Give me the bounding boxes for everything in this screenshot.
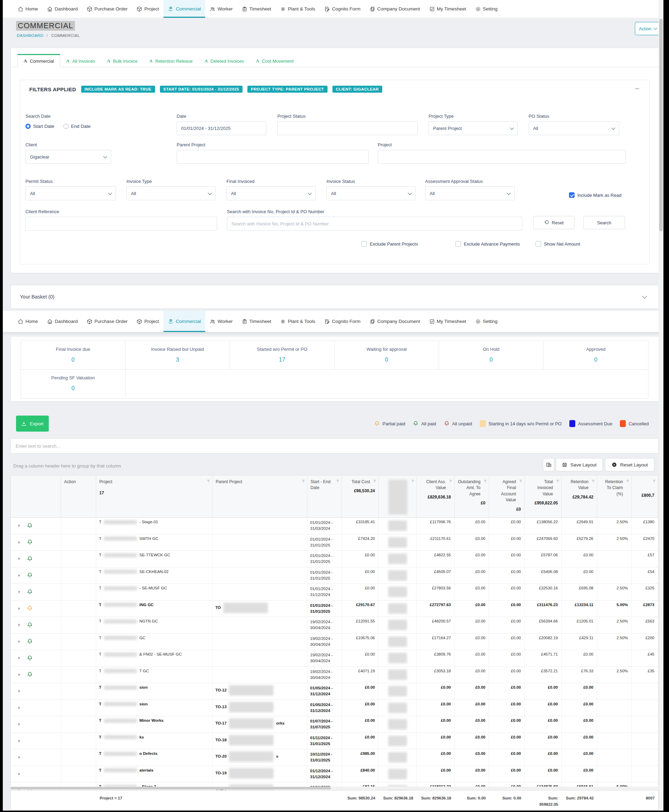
export-button[interactable]: Export xyxy=(16,416,49,431)
horizontal-scrollbar[interactable] xyxy=(10,787,659,790)
search-button[interactable]: Search xyxy=(583,216,625,229)
expand-row-icon[interactable] xyxy=(18,574,20,577)
column-header-parent[interactable]: Parent Project xyxy=(213,475,307,518)
column-header-claim[interactable]: Retention To Claim (%) xyxy=(597,475,632,518)
filter-funnel-icon[interactable] xyxy=(301,479,306,485)
filter-funnel-icon[interactable] xyxy=(652,479,657,485)
expand-row-icon[interactable] xyxy=(18,624,20,626)
nav-item-purchase-order[interactable]: Purchase Order xyxy=(82,0,132,18)
client-reference-input[interactable] xyxy=(25,216,217,231)
nav-item-plant-tools[interactable]: Plant & Tools xyxy=(276,311,320,332)
filter-funnel-icon[interactable] xyxy=(335,479,340,485)
green-bell-icon[interactable] xyxy=(27,555,33,562)
filter-funnel-icon[interactable] xyxy=(482,479,488,484)
column-header-action[interactable]: Action xyxy=(61,475,96,518)
nav-item-setting[interactable]: Setting xyxy=(471,311,502,332)
column-header-total_cost[interactable]: Total Cost£98,530.24 xyxy=(342,475,379,518)
assessment-approval-status-select[interactable]: All xyxy=(425,186,514,200)
project-status-input[interactable] xyxy=(277,121,418,135)
filter-funnel-icon[interactable] xyxy=(206,479,211,484)
stat-card-on-hold[interactable]: On Hold0 xyxy=(439,341,543,369)
reset-button[interactable]: Reset xyxy=(533,216,575,229)
breadcrumb-dashboard-link[interactable]: DASHBOARD xyxy=(17,34,43,38)
expand-row-icon[interactable] xyxy=(18,524,20,527)
tab-deleted-invoices[interactable]: ADeleted Invoices xyxy=(198,55,250,67)
nav-item-project[interactable]: Project xyxy=(132,0,163,18)
date-input[interactable] xyxy=(176,121,266,135)
po-status-select[interactable]: All xyxy=(529,121,619,135)
expand-row-icon[interactable] xyxy=(18,557,20,560)
green-bell-icon[interactable] xyxy=(27,638,33,645)
project-type-select[interactable]: Parent Project xyxy=(429,121,518,135)
stat-card-pending-sf-valuation[interactable]: Pending SF Valuation0 xyxy=(21,369,126,398)
nav-item-worker[interactable]: Worker xyxy=(205,311,237,332)
column-header-retention[interactable]: Retention Value£29,784.42 xyxy=(562,475,597,518)
checkbox-exclude-advance-payments[interactable]: Exclude Advance Payments xyxy=(456,241,520,247)
nav-item-home[interactable]: Home xyxy=(13,0,42,18)
nav-item-project[interactable]: Project xyxy=(132,311,163,332)
column-header-agreed[interactable]: Agreed Final Account Value£0 xyxy=(489,475,525,518)
filter-funnel-icon[interactable] xyxy=(591,479,596,484)
filter-funnel-icon[interactable] xyxy=(372,479,377,484)
filter-funnel-icon[interactable] xyxy=(448,479,453,485)
expand-row-icon[interactable] xyxy=(18,607,20,610)
filter-funnel-icon[interactable] xyxy=(555,479,560,484)
column-header-last[interactable]: £800,7 xyxy=(632,475,658,518)
expand-row-icon[interactable] xyxy=(18,756,20,759)
nav-item-cognito-form[interactable]: Cognito Form xyxy=(320,311,365,332)
expand-row-icon[interactable] xyxy=(18,591,20,593)
expand-row-icon[interactable] xyxy=(18,773,20,775)
column-header-redacted[interactable] xyxy=(379,475,417,518)
column-chooser-button[interactable] xyxy=(543,458,555,471)
green-bell-icon[interactable] xyxy=(27,539,33,545)
nav-item-dashboard[interactable]: Dashboard xyxy=(42,311,82,332)
expand-row-icon[interactable] xyxy=(18,740,20,742)
nav-item-cognito-form[interactable]: Cognito Form xyxy=(320,0,365,18)
save-layout-button[interactable]: Save Layout xyxy=(556,458,603,471)
orange-bell-icon[interactable] xyxy=(27,605,33,612)
stat-card-started-w-o-permit-or-po[interactable]: Started w/o Permit or PO17 xyxy=(230,341,334,369)
column-header-total_invoiced[interactable]: Total Invoiced Value£959,822.05 xyxy=(525,475,562,518)
expand-row-icon[interactable] xyxy=(18,657,20,659)
start-date-radio[interactable]: Start Date xyxy=(25,124,54,129)
collapse-filters-icon[interactable]: – xyxy=(635,84,639,92)
nav-item-purchase-order[interactable]: Purchase Order xyxy=(82,311,132,332)
filter-funnel-icon[interactable] xyxy=(482,479,488,485)
end-date-radio[interactable]: End Date xyxy=(64,124,91,129)
invoice-type-select[interactable]: All xyxy=(126,186,216,200)
expand-row-icon[interactable] xyxy=(18,706,20,709)
filter-funnel-icon[interactable] xyxy=(206,479,211,485)
tab-cost-movement[interactable]: ACost Movement xyxy=(250,55,299,67)
parent-project-input[interactable] xyxy=(176,150,369,164)
action-button[interactable]: Action xyxy=(635,22,661,35)
green-bell-icon[interactable] xyxy=(27,572,33,579)
column-header-outstanding[interactable]: Outstanding Amt. To Agree£0 xyxy=(455,475,489,518)
grid-search-input[interactable] xyxy=(10,438,659,453)
reset-layout-button[interactable]: Reset Layout xyxy=(605,458,654,471)
vertical-scrollbar-thumb[interactable] xyxy=(659,19,663,231)
filter-funnel-icon[interactable] xyxy=(652,479,657,484)
nav-item-timesheet[interactable]: Timesheet xyxy=(237,311,276,332)
filter-funnel-icon[interactable] xyxy=(555,479,560,485)
invoice-search-input[interactable] xyxy=(227,216,522,231)
invoice-status-select[interactable]: All xyxy=(326,186,416,200)
nav-item-dashboard[interactable]: Dashboard xyxy=(42,0,82,18)
column-header-project[interactable]: Project17 xyxy=(96,475,213,518)
filter-funnel-icon[interactable] xyxy=(518,479,523,484)
nav-item-plant-tools[interactable]: Plant & Tools xyxy=(276,0,320,18)
expand-row-icon[interactable] xyxy=(18,673,20,676)
nav-item-commercial[interactable]: Commercial xyxy=(163,0,205,18)
column-header-dates[interactable]: Start - End Date xyxy=(307,475,342,518)
expand-row-icon[interactable] xyxy=(18,541,20,544)
stat-card-final-invoice-due[interactable]: Final Invoice due0 xyxy=(21,341,126,369)
vertical-scrollbar[interactable] xyxy=(659,0,664,810)
basket-card[interactable]: Your Basket (0) xyxy=(10,285,659,309)
green-bell-icon[interactable] xyxy=(27,622,33,628)
filter-funnel-icon[interactable] xyxy=(301,479,306,484)
filter-funnel-icon[interactable] xyxy=(372,479,377,485)
expand-row-icon[interactable] xyxy=(18,640,20,643)
nav-item-commercial[interactable]: Commercial xyxy=(163,311,205,332)
filter-funnel-icon[interactable] xyxy=(335,479,340,484)
green-bell-icon[interactable] xyxy=(27,522,33,529)
nav-item-company-document[interactable]: Company Document xyxy=(365,0,425,18)
